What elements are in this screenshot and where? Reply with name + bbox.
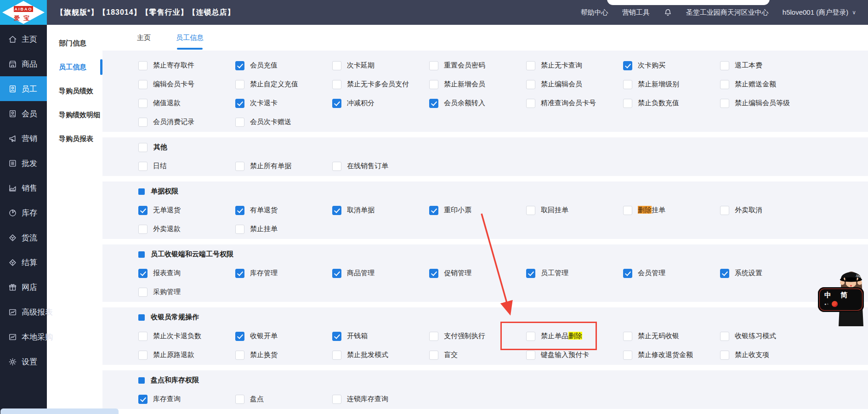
checkbox-item-支付强制执行[interactable]: 支付强制执行 xyxy=(429,327,526,346)
checkbox-unchecked[interactable] xyxy=(138,225,148,234)
checkbox-unchecked[interactable] xyxy=(526,99,535,108)
sidebar-item-会员[interactable]: 会员 xyxy=(0,101,47,126)
section-checkbox-solid[interactable] xyxy=(138,251,145,258)
checkbox-checked[interactable] xyxy=(235,206,244,215)
submenu-item-导购绩效明细[interactable]: 导购绩效明细 xyxy=(47,103,102,127)
checkbox-item-无单退货[interactable]: 无单退货 xyxy=(138,201,235,220)
marketing-tools-link[interactable]: 营销工具 xyxy=(622,8,650,17)
checkbox-item-促销管理[interactable]: 促销管理 xyxy=(429,264,526,283)
checkbox-unchecked[interactable] xyxy=(623,80,632,89)
checkbox-checked[interactable] xyxy=(429,99,438,108)
checkbox-unchecked[interactable] xyxy=(526,206,535,215)
checkbox-item-禁止负数充值[interactable]: 禁止负数充值 xyxy=(623,94,720,113)
checkbox-checked[interactable] xyxy=(235,99,244,108)
checkbox-checked[interactable] xyxy=(235,269,244,278)
checkbox-item-冲减积分[interactable]: 冲减积分 xyxy=(332,94,429,113)
checkbox-item-收银练习模式[interactable]: 收银练习模式 xyxy=(720,327,817,346)
aibao-logo[interactable]: AIBAO 爱宝 xyxy=(0,0,47,25)
section-checkbox-solid[interactable] xyxy=(138,188,145,195)
checkbox-item-库存管理[interactable]: 库存管理 xyxy=(235,264,332,283)
tab-主页[interactable]: 主页 xyxy=(137,25,151,51)
chat-bubble[interactable]: 中 简 ●¹ xyxy=(818,287,864,312)
submenu-item-导购员绩效[interactable]: 导购员绩效 xyxy=(47,79,102,103)
checkbox-unchecked[interactable] xyxy=(138,351,148,360)
checkbox-checked[interactable] xyxy=(429,269,438,278)
checkbox-item-禁止赠送金额[interactable]: 禁止赠送金额 xyxy=(720,75,817,94)
checkbox-unchecked[interactable] xyxy=(720,206,729,215)
checkbox-unchecked[interactable] xyxy=(235,118,244,127)
checkbox-item-退工本费[interactable]: 退工本费 xyxy=(720,56,817,75)
checkbox-unchecked[interactable] xyxy=(526,351,535,360)
checkbox-item-取回挂单[interactable]: 取回挂单 xyxy=(526,201,623,220)
checkbox-item-日结[interactable]: 日结 xyxy=(138,157,235,176)
checkbox-item-采购管理[interactable]: 采购管理 xyxy=(138,283,235,301)
checkbox-item-外卖退款[interactable]: 外卖退款 xyxy=(138,220,235,238)
checkbox-unchecked[interactable] xyxy=(235,395,244,404)
checkbox-checked[interactable] xyxy=(332,206,341,215)
sidebar-item-主页[interactable]: 主页 xyxy=(0,27,47,51)
checkbox-unchecked[interactable] xyxy=(720,80,729,89)
checkbox-item-禁止无卡查询[interactable]: 禁止无卡查询 xyxy=(526,56,623,75)
help-center-link[interactable]: 帮助中心 xyxy=(581,8,608,17)
checkbox-checked[interactable] xyxy=(429,206,438,215)
checkbox-unchecked[interactable] xyxy=(332,61,341,70)
checkbox-unchecked[interactable] xyxy=(720,332,729,341)
user-menu[interactable]: h5love001 (商户登录) ∨ xyxy=(783,8,856,17)
chat-widget[interactable]: She 中 简 ●¹ xyxy=(817,264,868,326)
checkbox-item-次卡延期[interactable]: 次卡延期 xyxy=(332,56,429,75)
checkbox-unchecked[interactable] xyxy=(332,395,341,404)
checkbox-item-禁止换货[interactable]: 禁止换货 xyxy=(235,346,332,364)
checkbox-item-禁止自定义充值[interactable]: 禁止自定义充值 xyxy=(235,75,332,94)
bell-icon[interactable] xyxy=(664,8,672,17)
checkbox-item-在线销售订单[interactable]: 在线销售订单 xyxy=(332,157,429,176)
checkbox-item-精准查询会员卡号[interactable]: 精准查询会员卡号 xyxy=(526,94,623,113)
checkbox-unchecked[interactable] xyxy=(429,351,438,360)
checkbox-unchecked[interactable] xyxy=(526,61,535,70)
checkbox-item-重印小票[interactable]: 重印小票 xyxy=(429,201,526,220)
checkbox-unchecked[interactable] xyxy=(235,225,244,234)
submenu-item-员工信息[interactable]: 员工信息 xyxy=(47,55,102,79)
checkbox-checked[interactable] xyxy=(235,332,244,341)
checkbox-item-会员消费记录[interactable]: 会员消费记录 xyxy=(138,113,235,131)
checkbox-item-会员管理[interactable]: 会员管理 xyxy=(623,264,720,283)
checkbox-unchecked[interactable] xyxy=(138,162,148,171)
checkbox-unchecked[interactable] xyxy=(720,351,729,360)
checkbox-item-取消单据[interactable]: 取消单据 xyxy=(332,201,429,220)
checkbox-unchecked[interactable] xyxy=(720,61,729,70)
checkbox-unchecked[interactable] xyxy=(526,80,535,89)
checkbox-unchecked[interactable] xyxy=(429,332,438,341)
checkbox-item-编辑会员卡号[interactable]: 编辑会员卡号 xyxy=(138,75,235,94)
checkbox-item-系统设置[interactable]: 系统设置 xyxy=(720,264,817,283)
checkbox-item-次卡退卡[interactable]: 次卡退卡 xyxy=(235,94,332,113)
checkbox-unchecked[interactable] xyxy=(526,332,535,341)
section-checkbox-empty[interactable] xyxy=(138,143,148,152)
sidebar-item-营销[interactable]: 营销 xyxy=(0,126,47,151)
checkbox-item-会员次卡赠送[interactable]: 会员次卡赠送 xyxy=(235,113,332,131)
checkbox-unchecked[interactable] xyxy=(623,332,632,341)
checkbox-checked[interactable] xyxy=(332,332,341,341)
checkbox-checked[interactable] xyxy=(138,395,148,404)
sidebar-item-本地采购[interactable]: 本地采购 xyxy=(0,324,47,349)
checkbox-unchecked[interactable] xyxy=(138,80,148,89)
checkbox-item-会员充值[interactable]: 会员充值 xyxy=(235,56,332,75)
sidebar-item-批发[interactable]: 批发 xyxy=(0,151,47,176)
checkbox-item-禁止挂单[interactable]: 禁止挂单 xyxy=(235,220,332,238)
checkbox-item-禁止编辑会员等级[interactable]: 禁止编辑会员等级 xyxy=(720,94,817,113)
checkbox-item-禁止原路退款[interactable]: 禁止原路退款 xyxy=(138,346,235,364)
checkbox-item-盲交[interactable]: 盲交 xyxy=(429,346,526,364)
checkbox-unchecked[interactable] xyxy=(332,80,341,89)
checkbox-item-库存查询[interactable]: 库存查询 xyxy=(138,390,235,408)
checkbox-item-删除挂单[interactable]: 删除挂单 xyxy=(623,201,720,220)
checkbox-unchecked[interactable] xyxy=(429,61,438,70)
checkbox-item-外卖取消[interactable]: 外卖取消 xyxy=(720,201,817,220)
section-checkbox-solid[interactable] xyxy=(138,314,145,321)
checkbox-item-禁止无码收银[interactable]: 禁止无码收银 xyxy=(623,327,720,346)
checkbox-item-禁止所有单据[interactable]: 禁止所有单据 xyxy=(235,157,332,176)
tab-员工信息[interactable]: 员工信息 xyxy=(176,25,204,51)
checkbox-item-储值退款[interactable]: 储值退款 xyxy=(138,94,235,113)
checkbox-item-禁止次卡退负数[interactable]: 禁止次卡退负数 xyxy=(138,327,235,346)
checkbox-unchecked[interactable] xyxy=(138,118,148,127)
checkbox-checked[interactable] xyxy=(623,61,632,70)
checkbox-checked[interactable] xyxy=(623,269,632,278)
checkbox-unchecked[interactable] xyxy=(138,332,148,341)
